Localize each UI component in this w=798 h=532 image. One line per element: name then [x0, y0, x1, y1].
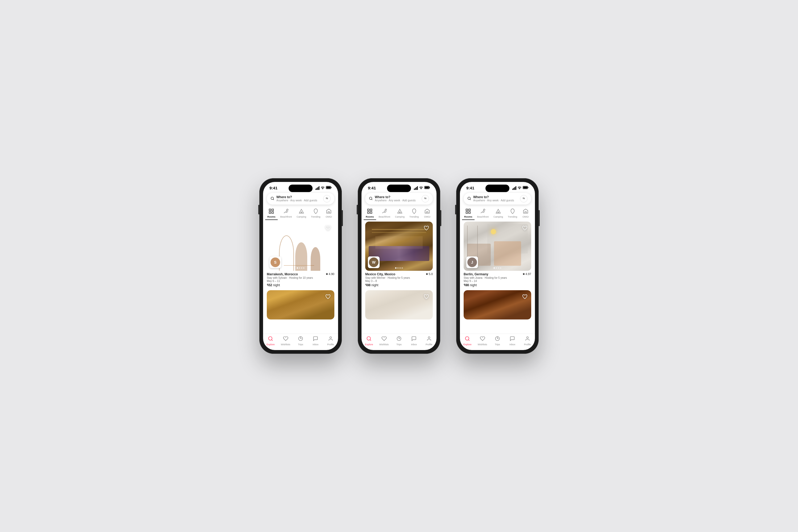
category-camping[interactable]: Camping: [491, 207, 505, 220]
listing-price: $98 night: [365, 283, 433, 287]
listing-card-preview[interactable]: [365, 290, 433, 320]
listing-location: Mexico City, Mexico: [365, 272, 395, 276]
listing-card-main[interactable]: J Berlin, Germany 4.97 Stay with Joana ·…: [464, 222, 531, 287]
wishlist-heart[interactable]: [423, 224, 430, 232]
nav-wishlists[interactable]: Wishlists: [279, 336, 292, 346]
listing-card-main[interactable]: S Marrakesh, Morocco 4.90 Stay with Sylv…: [267, 222, 334, 287]
inbox-nav-icon: [313, 336, 318, 343]
nav-wishlists[interactable]: Wishlists: [377, 336, 391, 346]
filter-button[interactable]: [422, 195, 429, 203]
listing-card-main[interactable]: W Mexico City, Mexico 5.0 Stay with Wern…: [365, 222, 433, 287]
inbox-nav-label: Inbox: [411, 343, 417, 346]
rooms-icon: [465, 208, 471, 215]
trips-nav-icon: [495, 336, 500, 343]
search-icon: [369, 196, 373, 201]
category-omg[interactable]: OMG!: [421, 207, 433, 220]
price-unit: night: [371, 283, 378, 287]
search-bar[interactable]: Where to? Anywhere · Any week · Add gues…: [365, 193, 433, 205]
battery-icon: [424, 186, 430, 190]
category-camping[interactable]: Camping: [393, 207, 407, 220]
phone-phone2: 9:41: [358, 178, 440, 354]
categories-bar: Rooms Beachfront Camping Trending OMG!: [263, 206, 338, 222]
category-label-beachfront: Beachfront: [280, 215, 292, 218]
listing-card-preview[interactable]: [267, 290, 334, 320]
host-avatar: W: [368, 256, 380, 268]
inbox-nav-icon: [510, 336, 515, 343]
category-beachfront[interactable]: Beachfront: [475, 207, 491, 220]
filter-button[interactable]: [323, 195, 331, 203]
status-time: 9:41: [466, 186, 474, 190]
search-container: Where to? Anywhere · Any week · Add gues…: [460, 191, 535, 206]
trips-nav-icon: [396, 336, 402, 343]
host-avatar: S: [269, 256, 281, 268]
nav-profile[interactable]: Profile: [324, 336, 337, 346]
nav-explore[interactable]: Explore: [362, 336, 376, 346]
nav-trips[interactable]: Trips: [294, 336, 307, 346]
wishlist-heart[interactable]: [521, 224, 529, 232]
wishlists-nav-icon: [480, 336, 485, 343]
svg-point-8: [327, 198, 328, 199]
nav-wishlists[interactable]: Wishlists: [476, 336, 489, 346]
category-camping[interactable]: Camping: [294, 207, 308, 220]
nav-trips[interactable]: Trips: [392, 336, 406, 346]
category-rooms[interactable]: Rooms: [462, 207, 475, 220]
nav-explore[interactable]: Explore: [264, 336, 277, 346]
category-trending[interactable]: Trending: [309, 207, 322, 220]
preview-wishlist-heart[interactable]: [521, 293, 529, 300]
wishlists-nav-label: Wishlists: [281, 343, 290, 346]
nav-explore[interactable]: Explore: [461, 336, 474, 346]
listing-card-preview[interactable]: [464, 290, 531, 320]
explore-nav-icon: [366, 336, 372, 343]
listing-host: Stay with Werner · Hosting for 5 years: [365, 277, 433, 279]
category-rooms[interactable]: Rooms: [265, 207, 278, 220]
category-trending[interactable]: Trending: [407, 207, 421, 220]
trending-icon: [313, 208, 319, 215]
trips-nav-label: Trips: [298, 343, 303, 346]
category-label-rooms: Rooms: [366, 215, 374, 218]
search-bar[interactable]: Where to? Anywhere · Any week · Add gues…: [464, 193, 531, 205]
svg-point-47: [483, 209, 485, 211]
listing-image: S: [267, 222, 334, 271]
beachfront-icon: [480, 208, 486, 215]
svg-rect-27: [370, 209, 372, 211]
category-rooms[interactable]: Rooms: [364, 207, 376, 220]
nav-profile[interactable]: Profile: [422, 336, 436, 346]
category-beachfront[interactable]: Beachfront: [278, 207, 294, 220]
nav-inbox[interactable]: Inbox: [407, 336, 421, 346]
category-beachfront[interactable]: Beachfront: [377, 207, 393, 220]
svg-rect-9: [269, 209, 271, 211]
search-text: Where to? Anywhere · Any week · Add gues…: [375, 195, 419, 202]
nav-profile[interactable]: Profile: [521, 336, 534, 346]
category-omg[interactable]: OMG!: [323, 207, 335, 220]
preview-wishlist-heart[interactable]: [324, 293, 332, 300]
search-main: Where to?: [277, 195, 321, 199]
category-label-omg: OMG!: [424, 215, 431, 218]
svg-point-7: [326, 198, 327, 198]
profile-nav-icon: [525, 336, 530, 343]
filter-button[interactable]: [520, 195, 528, 203]
category-omg[interactable]: OMG!: [520, 207, 531, 220]
preview-wishlist-heart[interactable]: [423, 293, 430, 300]
category-trending[interactable]: Trending: [506, 207, 519, 220]
category-label-beachfront: Beachfront: [477, 215, 489, 218]
category-label-omg: OMG!: [326, 215, 332, 218]
status-time: 9:41: [269, 186, 278, 190]
profile-nav-label: Profile: [327, 343, 334, 346]
wishlists-nav-icon: [283, 336, 288, 343]
search-bar[interactable]: Where to? Anywhere · Any week · Add gues…: [267, 193, 334, 205]
category-label-omg: OMG!: [522, 215, 529, 218]
nav-trips[interactable]: Trips: [491, 336, 504, 346]
nav-inbox[interactable]: Inbox: [309, 336, 322, 346]
listing-info: Mexico City, Mexico 5.0 Stay with Werner…: [365, 271, 433, 287]
listing-info: Marrakesh, Morocco 4.90 Stay with Sylvai…: [267, 271, 334, 287]
explore-nav-label: Explore: [267, 343, 275, 346]
wishlist-heart[interactable]: [324, 224, 332, 232]
nav-inbox[interactable]: Inbox: [506, 336, 519, 346]
svg-point-17: [421, 189, 421, 189]
search-main: Where to?: [375, 195, 419, 199]
category-label-beachfront: Beachfront: [379, 215, 391, 218]
svg-point-50: [527, 337, 528, 339]
inbox-nav-icon: [411, 336, 417, 343]
listing-image: W: [365, 222, 433, 271]
profile-nav-label: Profile: [425, 343, 433, 346]
